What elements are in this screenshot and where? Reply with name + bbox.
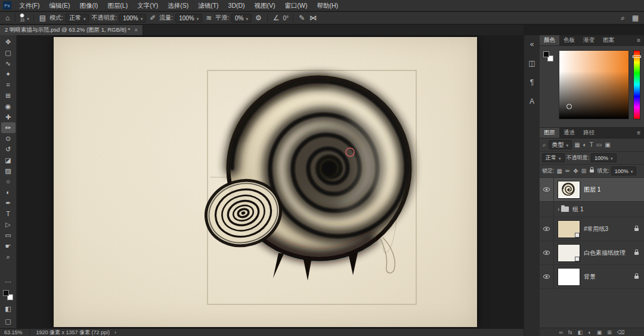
screen-mode-icon[interactable]: ▢	[1, 316, 16, 326]
visibility-toggle[interactable]	[540, 178, 554, 201]
tab-layers[interactable]: 图层	[540, 128, 559, 138]
layer-style-icon[interactable]: fx	[568, 329, 572, 335]
link-layers-icon[interactable]: ∞	[559, 329, 562, 335]
layer-thumbnail[interactable]	[558, 221, 580, 238]
layer-fill-select[interactable]: 100%	[611, 167, 637, 175]
canvas-area[interactable]	[17, 35, 524, 328]
color-picker-dot[interactable]	[566, 104, 572, 109]
tab-paths[interactable]: 路径	[579, 128, 599, 138]
tab-gradients[interactable]: 渐变	[579, 35, 599, 45]
lock-pixels-icon[interactable]: ✏	[565, 168, 571, 174]
layer-name[interactable]: 背景	[584, 273, 596, 281]
layer-blend-mode-select[interactable]: 正常	[542, 153, 565, 162]
tool-gradient[interactable]: ▨	[1, 165, 16, 176]
paint-symmetry-icon[interactable]: ⋈	[308, 14, 318, 21]
airbrush-icon[interactable]: ≋	[205, 14, 213, 21]
menu-help[interactable]: 帮助(H)	[312, 0, 343, 11]
tool-move[interactable]: ✥	[1, 36, 16, 47]
add-layer-mask-icon[interactable]: ◧	[578, 329, 583, 335]
foreground-background-swatches[interactable]	[3, 290, 13, 300]
flow-select[interactable]: 100%	[175, 14, 202, 23]
layer-row-background[interactable]: 背景	[540, 265, 644, 289]
blend-mode-select[interactable]: 正常	[66, 14, 89, 23]
tab-swatches[interactable]: 色板	[559, 35, 579, 45]
tab-color[interactable]: 颜色	[540, 35, 559, 45]
tool-type[interactable]: T	[1, 208, 16, 219]
adjustment-layer-icon[interactable]: ◐	[588, 329, 591, 335]
visibility-toggle[interactable]	[540, 265, 554, 288]
brush-angle-icon[interactable]: ∠	[272, 14, 281, 21]
tool-history-brush[interactable]: ↺	[1, 144, 16, 155]
canvas-artwork[interactable]	[54, 37, 477, 327]
layer-name[interactable]: 白色素描纸纹理	[584, 249, 626, 257]
tool-marquee[interactable]: ▢	[1, 47, 16, 58]
zoom-level[interactable]: 63.15%	[4, 329, 23, 335]
tool-hand[interactable]: ☛	[1, 241, 16, 251]
layer-row-common-paper[interactable]: #常用纸3	[540, 217, 644, 241]
menu-image[interactable]: 图像(I)	[75, 0, 103, 11]
layer-row-white-texture[interactable]: 白色素描纸纹理	[540, 241, 644, 265]
filter-smart-objects-icon[interactable]: ▣	[604, 141, 611, 148]
document-tab[interactable]: 2 明暗素描与示范.psd @ 63.2% (图层 1, RGB/8) * ×	[0, 25, 143, 35]
panel-menu-icon[interactable]: ≡	[633, 35, 644, 45]
saturation-brightness-field[interactable]	[559, 51, 628, 119]
tool-magic-wand[interactable]: ✦	[1, 69, 16, 79]
lock-transparency-icon[interactable]: ▦	[556, 168, 563, 174]
menu-layer[interactable]: 图层(L)	[103, 0, 132, 11]
panel-menu-icon[interactable]: ≡	[633, 128, 644, 138]
tool-frame[interactable]: ⊞	[1, 90, 16, 101]
tool-clone-stamp[interactable]: ⊙	[1, 133, 16, 144]
tab-patterns[interactable]: 图案	[599, 35, 618, 45]
brush-angle-value[interactable]: 0°	[283, 15, 289, 21]
visibility-toggle[interactable]	[540, 202, 554, 217]
menu-3d[interactable]: 3D(D)	[224, 0, 250, 11]
layer-name[interactable]: #常用纸3	[584, 225, 608, 233]
lock-position-icon[interactable]: ✥	[572, 168, 578, 174]
foreground-color-swatch[interactable]	[543, 51, 549, 57]
menu-filter[interactable]: 滤镜(T)	[193, 0, 223, 11]
layer-name[interactable]: 组 1	[572, 205, 583, 214]
brush-preset-picker[interactable]: 33	[20, 13, 24, 23]
tool-path-select[interactable]: ▷	[1, 219, 16, 230]
menu-window[interactable]: 窗口(W)	[280, 0, 312, 11]
visibility-toggle[interactable]	[540, 241, 554, 264]
layer-opacity-select[interactable]: 100%	[591, 153, 617, 162]
workspace-switcher-icon[interactable]: ▦	[631, 14, 640, 21]
hue-slider-marker[interactable]	[633, 56, 641, 58]
filter-pixel-layers-icon[interactable]: ▦	[574, 141, 580, 148]
foreground-color-swatch[interactable]	[3, 290, 9, 296]
collapse-panels-icon[interactable]: «	[525, 39, 538, 50]
color-panel-swatches[interactable]	[543, 51, 553, 61]
tool-brush[interactable]: ✏	[1, 122, 16, 133]
group-expand-chevron-icon[interactable]: ›	[558, 206, 559, 212]
tool-healing-brush[interactable]: ✚	[1, 112, 16, 122]
layer-thumbnail[interactable]	[558, 269, 580, 285]
home-icon[interactable]: ⌂	[4, 14, 11, 21]
tool-shape[interactable]: ▭	[1, 230, 16, 241]
menu-view[interactable]: 视图(V)	[250, 0, 280, 11]
tab-channels[interactable]: 通道	[559, 128, 579, 138]
tool-crop[interactable]: ⌗	[1, 79, 16, 90]
filter-adjustment-layers-icon[interactable]: ◐	[583, 141, 587, 148]
smoothing-gear-icon[interactable]: ⚙	[254, 14, 263, 21]
tool-eraser[interactable]: ◪	[1, 155, 16, 165]
search-icon[interactable]: ⌕	[620, 14, 626, 21]
menu-edit[interactable]: 编辑(E)	[44, 0, 75, 11]
tool-zoom[interactable]: ⌕	[1, 251, 16, 262]
hue-slider[interactable]	[634, 51, 640, 119]
visibility-toggle[interactable]	[540, 217, 554, 241]
status-chevron-icon[interactable]: ›	[114, 329, 116, 335]
edit-toolbar-icon[interactable]: ⋯	[1, 276, 16, 287]
filter-shape-layers-icon[interactable]: ▭	[596, 141, 602, 148]
character-panel-icon[interactable]: A	[525, 96, 538, 107]
menu-type[interactable]: 文字(Y)	[132, 0, 163, 11]
opacity-select[interactable]: 100%	[119, 14, 146, 23]
opacity-pressure-icon[interactable]: ✐	[148, 14, 157, 21]
brush-panel-toggle-icon[interactable]: ▤	[38, 14, 47, 21]
tool-blur[interactable]: ○	[1, 176, 16, 187]
tool-pen[interactable]: ✒	[1, 198, 16, 208]
filter-type-layers-icon[interactable]: T	[589, 141, 594, 148]
menu-select[interactable]: 选择(S)	[163, 0, 193, 11]
brush-preset-caret[interactable]	[27, 15, 29, 21]
lock-artboard-icon[interactable]: ⊞	[581, 168, 587, 174]
